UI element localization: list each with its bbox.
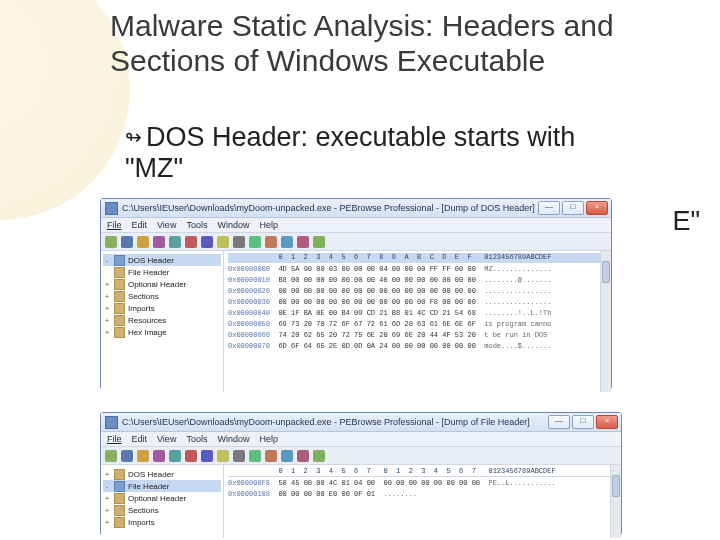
bullet-icon: ↬ bbox=[125, 126, 142, 148]
close-button[interactable]: × bbox=[586, 201, 608, 215]
tree-expander-icon[interactable]: + bbox=[103, 328, 111, 337]
toolbar-icon[interactable] bbox=[137, 236, 149, 248]
menu-window[interactable]: Window bbox=[217, 220, 249, 230]
menu-help[interactable]: Help bbox=[259, 220, 278, 230]
menu-window[interactable]: Window bbox=[217, 434, 249, 444]
tree-item[interactable]: +Sections bbox=[103, 290, 221, 302]
hex-address: 0x00000108 bbox=[228, 490, 278, 498]
toolbar-icon[interactable] bbox=[217, 236, 229, 248]
toolbar-icon[interactable] bbox=[121, 236, 133, 248]
pe-header-fragment: E" bbox=[672, 206, 700, 237]
tree-expander-icon[interactable]: + bbox=[103, 518, 111, 527]
hex-row[interactable]: 0x00000050 69 73 20 70 72 6F 67 72 61 6D… bbox=[228, 319, 607, 330]
tree-item[interactable]: +Resources bbox=[103, 314, 221, 326]
toolbar-icon[interactable] bbox=[185, 236, 197, 248]
hex-address: 0x00000070 bbox=[228, 342, 278, 350]
toolbar-icon[interactable] bbox=[153, 450, 165, 462]
maximize-button[interactable]: □ bbox=[562, 201, 584, 215]
toolbar-icon[interactable] bbox=[297, 450, 309, 462]
toolbar-icon[interactable] bbox=[281, 450, 293, 462]
menu-edit[interactable]: Edit bbox=[132, 434, 148, 444]
tree-expander-icon[interactable]: + bbox=[103, 316, 111, 325]
toolbar-icon[interactable] bbox=[265, 450, 277, 462]
toolbar-icon[interactable] bbox=[233, 450, 245, 462]
tree-item[interactable]: +Optional Header bbox=[103, 492, 221, 504]
menu-help[interactable]: Help bbox=[259, 434, 278, 444]
toolbar-icon[interactable] bbox=[249, 236, 261, 248]
hex-row[interactable]: 0x00000030 00 00 00 00 00 00 00 00 00 00… bbox=[228, 297, 607, 308]
tree-expander-icon[interactable]: + bbox=[103, 506, 111, 515]
tree-expander-icon[interactable]: - bbox=[103, 256, 111, 265]
hex-address: 0x00000010 bbox=[228, 276, 278, 284]
close-button[interactable]: × bbox=[596, 415, 618, 429]
hex-bytes: 74 20 62 65 20 72 75 6E 20 69 6E 20 44 4… bbox=[278, 331, 484, 339]
toolbar-icon[interactable] bbox=[265, 236, 277, 248]
hex-row[interactable]: 0x000000F8 50 45 00 00 4C 01 04 00 00 00… bbox=[228, 478, 617, 489]
hex-ascii: MZ.............. bbox=[484, 265, 551, 273]
tree-item-label: Imports bbox=[128, 518, 155, 527]
hex-bytes: B8 00 00 00 00 00 00 00 40 00 00 00 00 0… bbox=[278, 276, 484, 284]
tree-item[interactable]: +Imports bbox=[103, 302, 221, 314]
tree-item[interactable]: +DOS Header bbox=[103, 468, 221, 480]
bullet1-text: DOS Header: executable starts with bbox=[146, 122, 575, 152]
maximize-button[interactable]: □ bbox=[572, 415, 594, 429]
toolbar-icon[interactable] bbox=[217, 450, 229, 462]
tree-item[interactable]: +Optional Header bbox=[103, 278, 221, 290]
tree-item[interactable]: -DOS Header bbox=[103, 254, 221, 266]
menu-edit[interactable]: Edit bbox=[132, 220, 148, 230]
menu-tools[interactable]: Tools bbox=[186, 434, 207, 444]
toolbar-icon[interactable] bbox=[313, 236, 325, 248]
toolbar-icon[interactable] bbox=[201, 450, 213, 462]
hex-row[interactable]: 0x00000108 00 00 00 00 E0 00 0F 01 .....… bbox=[228, 489, 617, 500]
toolbar-icon[interactable] bbox=[105, 450, 117, 462]
toolbar-icon[interactable] bbox=[313, 450, 325, 462]
tree-node-icon bbox=[114, 315, 125, 326]
tree-item[interactable]: +Hex Image bbox=[103, 326, 221, 338]
titlebar[interactable]: C:\Users\IEUser\Downloads\myDoom-unpacke… bbox=[101, 199, 611, 218]
tree-expander-icon[interactable]: + bbox=[103, 470, 111, 479]
scrollbar[interactable] bbox=[600, 251, 611, 392]
minimize-button[interactable]: — bbox=[548, 415, 570, 429]
toolbar-icon[interactable] bbox=[185, 450, 197, 462]
toolbar-icon[interactable] bbox=[281, 236, 293, 248]
hex-row[interactable]: 0x00000000 4D 5A 90 00 03 00 00 00 04 00… bbox=[228, 264, 607, 275]
tree-expander-icon[interactable]: + bbox=[103, 292, 111, 301]
toolbar-icon[interactable] bbox=[201, 236, 213, 248]
tree-item-label: File Header bbox=[128, 268, 169, 277]
tree-item[interactable]: File Header bbox=[103, 266, 221, 278]
toolbar-icon[interactable] bbox=[297, 236, 309, 248]
toolbar-icon[interactable] bbox=[105, 236, 117, 248]
tree-expander-icon[interactable]: + bbox=[103, 304, 111, 313]
tree-expander-icon[interactable]: + bbox=[103, 280, 111, 289]
tree-item[interactable]: +Imports bbox=[103, 516, 221, 528]
tree-item[interactable]: -File Header bbox=[103, 480, 221, 492]
hex-row[interactable]: 0x00000020 00 00 00 00 00 00 00 00 00 00… bbox=[228, 286, 607, 297]
toolbar-icon[interactable] bbox=[233, 236, 245, 248]
tree-node-icon bbox=[114, 327, 125, 338]
hex-ascii: ................ bbox=[484, 298, 551, 306]
tree-expander-icon[interactable]: + bbox=[103, 494, 111, 503]
app-icon bbox=[105, 416, 118, 429]
menu-tools[interactable]: Tools bbox=[186, 220, 207, 230]
toolbar-icon[interactable] bbox=[249, 450, 261, 462]
menu-file[interactable]: File bbox=[107, 434, 122, 444]
slide-title: Malware Static Analysis: Headers and Sec… bbox=[110, 8, 670, 79]
toolbar-icon[interactable] bbox=[121, 450, 133, 462]
toolbar-icon[interactable] bbox=[169, 236, 181, 248]
tree-expander-icon[interactable]: - bbox=[103, 482, 111, 491]
hex-row[interactable]: 0x00000070 6D 6F 64 65 2E 0D 0D 0A 24 00… bbox=[228, 341, 607, 352]
hex-row[interactable]: 0x00000060 74 20 62 65 20 72 75 6E 20 69… bbox=[228, 330, 607, 341]
scrollbar[interactable] bbox=[610, 465, 621, 538]
toolbar-icon[interactable] bbox=[137, 450, 149, 462]
minimize-button[interactable]: — bbox=[538, 201, 560, 215]
hex-ascii: ........ bbox=[383, 490, 417, 498]
menu-view[interactable]: View bbox=[157, 220, 176, 230]
toolbar-icon[interactable] bbox=[169, 450, 181, 462]
titlebar[interactable]: C:\Users\IEUser\Downloads\myDoom-unpacke… bbox=[101, 413, 621, 432]
tree-item[interactable]: +Sections bbox=[103, 504, 221, 516]
menu-file[interactable]: File bbox=[107, 220, 122, 230]
hex-row[interactable]: 0x00000010 B8 00 00 00 00 00 00 00 40 00… bbox=[228, 275, 607, 286]
menu-view[interactable]: View bbox=[157, 434, 176, 444]
toolbar-icon[interactable] bbox=[153, 236, 165, 248]
hex-row[interactable]: 0x00000040 0E 1F BA 0E 00 B4 09 CD 21 B8… bbox=[228, 308, 607, 319]
